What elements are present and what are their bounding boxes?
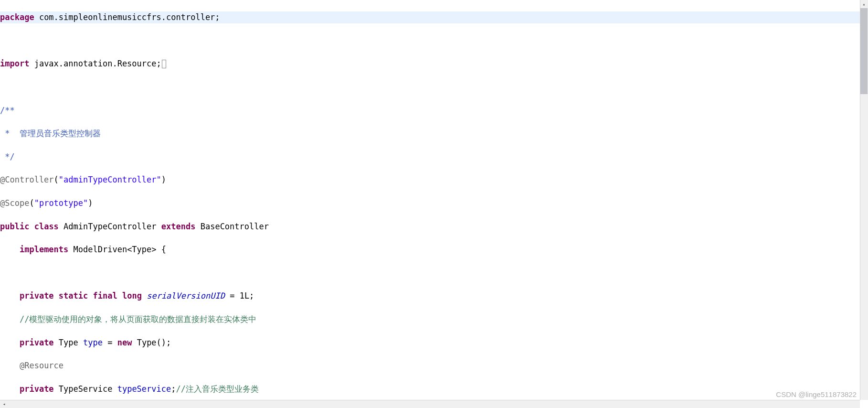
code-line-4: [0, 81, 868, 93]
code-line-2: [0, 35, 868, 46]
code-line-17: private TypeService typeService;//注入音乐类型…: [0, 383, 868, 395]
code-line-15: private Type type = new Type();: [0, 337, 868, 348]
code-line-11: implements ModelDriven<Type> {: [0, 244, 868, 255]
code-line-12: [0, 267, 868, 279]
horizontal-scrollbar[interactable]: ◂: [0, 400, 860, 408]
code-line-16: @Resource: [0, 360, 868, 371]
vertical-scrollbar[interactable]: ▴: [860, 0, 868, 400]
code-editor[interactable]: package com.simpleonlinemusiccfrs.contro…: [0, 0, 868, 408]
code-line-3: import javax.annotation.Resource;: [0, 58, 868, 69]
code-line-8: @Controller("adminTypeController"): [0, 174, 868, 185]
vertical-scroll-thumb[interactable]: [860, 8, 868, 94]
code-line-14: //模型驱动使用的对象，将从页面获取的数据直接封装在实体类中: [0, 313, 868, 325]
code-line-7: */: [0, 151, 868, 162]
code-line-6: * 管理员音乐类型控制器: [0, 128, 868, 139]
code-line-9: @Scope("prototype"): [0, 197, 868, 209]
watermark-text: CSDN @linge511873822: [776, 390, 857, 398]
code-line-13: private static final long serialVersionU…: [0, 290, 868, 301]
code-line-10: public class AdminTypeController extends…: [0, 221, 868, 232]
code-line-5: /**: [0, 105, 868, 116]
scroll-up-arrow[interactable]: ▴: [860, 0, 868, 8]
collapsed-marker[interactable]: [162, 60, 166, 68]
code-content: package com.simpleonlinemusiccfrs.contro…: [0, 0, 868, 408]
scroll-left-arrow[interactable]: ◂: [0, 400, 8, 408]
code-line-1: package com.simpleonlinemusiccfrs.contro…: [0, 11, 868, 23]
